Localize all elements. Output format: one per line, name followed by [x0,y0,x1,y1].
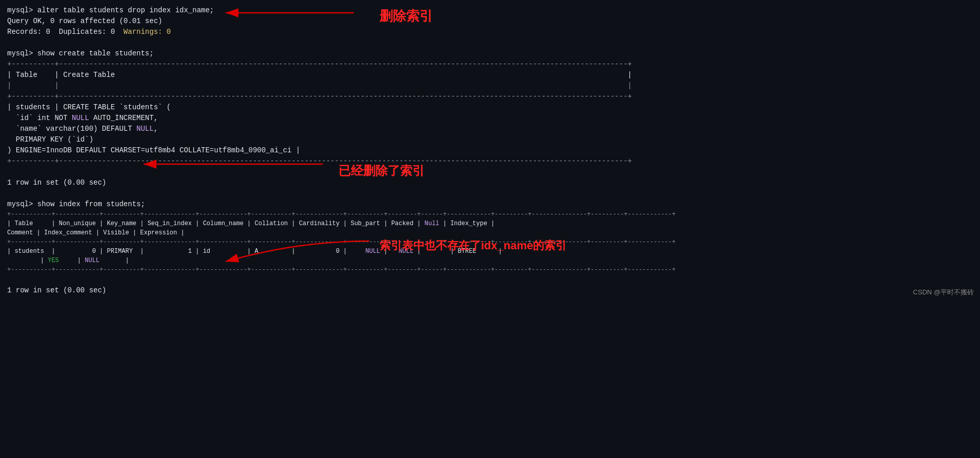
table-row: ) ENGINE=InnoDB DEFAULT CHARSET=utf8mb4 … [7,145,973,156]
line-text: `name` varchar(100) DEFAULT [7,125,136,133]
table-border: +-----------+------------+----------+---… [7,237,973,247]
table-row: PRIMARY KEY (`id`) [7,134,973,145]
line-text: , [154,125,158,133]
table-row: | students | CREATE TABLE `students` ( [7,102,973,113]
terminal-line: mysql> show create table students; [7,48,973,59]
terminal-line: Query OK, 0 rows affected (0.01 sec) [7,16,973,27]
line-text: AUTO_INCREMENT, [89,114,158,122]
table-border: +----------+----------------------------… [7,156,973,167]
table-header: | Table | Create Table | [7,70,973,81]
null-keyword: NULL [72,114,89,122]
table-row: `id` int NOT NULL AUTO_INCREMENT, [7,113,973,124]
terminal-line: 1 row in set (0.00 sec) [7,177,973,188]
table-header: Comment | Index_comment | Visible | Expr… [7,228,973,237]
table-header: | Table | Non_unique | Key_name | Seq_in… [7,219,973,228]
table-row: `name` varchar(100) DEFAULT NULL, [7,124,973,134]
null-keyword: NULL [136,125,154,133]
line-text: Query OK, 0 rows affected (0.01 sec) [7,17,162,25]
terminal-window: mysql> alter table students drop index i… [0,0,980,301]
table-border: +----------+----------------------------… [7,59,973,70]
table-border: +-----------+------------+----------+---… [7,265,973,274]
watermark: CSDN @平时不搬砖 [913,287,974,297]
line-text: mysql> alter table students drop index i… [7,6,214,14]
terminal-line [7,37,973,48]
table-row: | YES | NULL | [7,256,973,265]
line-text: Records: 0 Duplicates: 0 [7,28,124,36]
terminal-line: mysql> alter table students drop index i… [7,5,973,16]
terminal-line: Records: 0 Duplicates: 0 Warnings: 0 [7,27,973,37]
table-border: | | | [7,81,973,91]
terminal-line [7,167,973,177]
terminal-line [7,188,973,199]
table-border: +-----------+------------+----------+---… [7,210,973,219]
line-text: `id` int NOT [7,114,72,122]
line-text: mysql> show create table students; [7,49,154,57]
terminal-line [7,274,973,285]
warnings-text: Warnings: 0 [124,28,171,36]
terminal-line: 1 row in set (0.00 sec) [7,285,973,296]
table-row: | students | 0 | PRIMARY | 1 | id | A | … [7,247,973,256]
table-border: +----------+----------------------------… [7,91,973,102]
terminal-line: mysql> show index from students; [7,199,973,210]
